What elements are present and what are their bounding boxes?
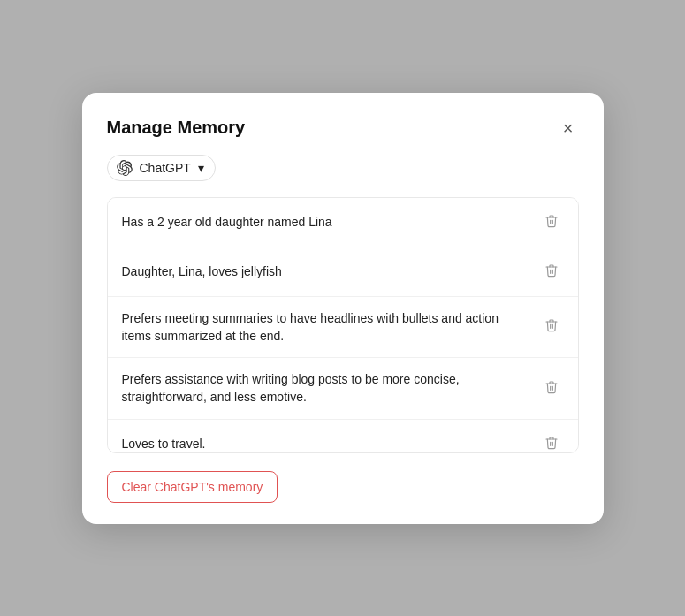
delete-memory-button[interactable] <box>539 210 564 234</box>
delete-memory-button[interactable] <box>539 432 564 453</box>
memory-item: Daughter, Lina, loves jellyfish <box>108 247 578 297</box>
delete-memory-button[interactable] <box>539 260 564 284</box>
clear-memory-button[interactable]: Clear ChatGPT's memory <box>107 471 278 503</box>
source-selector[interactable]: ChatGPT ▾ <box>107 155 216 181</box>
memory-item: Loves to travel. <box>108 420 578 453</box>
modal-overlay: Manage Memory × ChatGPT ▾ Has a 2 year o… <box>0 0 685 616</box>
delete-memory-button[interactable] <box>539 376 564 400</box>
memory-item-text: Prefers assistance with writing blog pos… <box>122 370 539 407</box>
source-label: ChatGPT <box>140 161 191 175</box>
manage-memory-modal: Manage Memory × ChatGPT ▾ Has a 2 year o… <box>82 93 604 524</box>
trash-icon <box>544 214 559 228</box>
memory-item-text: Daughter, Lina, loves jellyfish <box>122 262 539 280</box>
trash-icon <box>544 318 559 332</box>
close-button[interactable]: × <box>558 118 579 139</box>
memory-item-text: Loves to travel. <box>122 435 539 452</box>
memory-item: Has a 2 year old daughter named Lina <box>108 198 578 247</box>
modal-title: Manage Memory <box>107 118 246 138</box>
memory-item: Prefers assistance with writing blog pos… <box>108 358 578 420</box>
trash-icon <box>544 436 559 450</box>
trash-icon <box>544 380 559 394</box>
modal-footer: Clear ChatGPT's memory <box>107 471 579 503</box>
trash-icon <box>544 263 559 278</box>
memory-item-text: Has a 2 year old daughter named Lina <box>122 213 539 231</box>
chatgpt-logo-icon <box>117 160 133 176</box>
modal-header: Manage Memory × <box>107 118 579 139</box>
chevron-down-icon: ▾ <box>198 161 204 175</box>
memory-item-text: Prefers meeting summaries to have headli… <box>122 309 539 346</box>
delete-memory-button[interactable] <box>539 315 564 338</box>
memory-list: Has a 2 year old daughter named Lina Dau… <box>107 197 579 453</box>
memory-item: Prefers meeting summaries to have headli… <box>108 297 578 359</box>
